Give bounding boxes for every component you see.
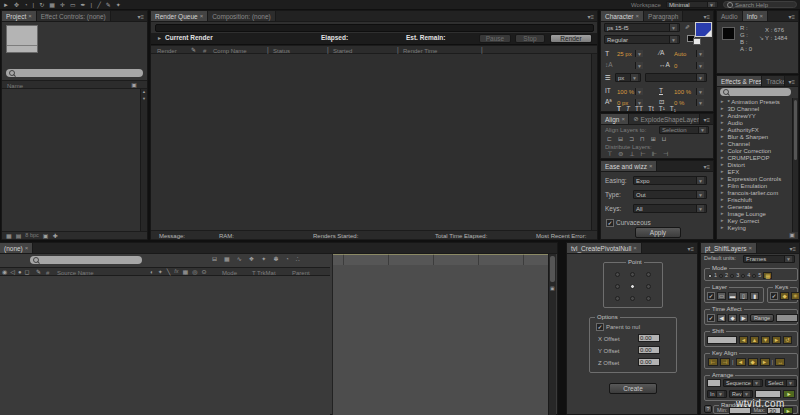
distribute-bottom-button[interactable]: ⊥ xyxy=(629,151,634,157)
tab-explode-shape-layers[interactable]: ⊘ ExplodeShapeLayers xyxy=(629,114,700,124)
disclosure-triangle-icon[interactable]: ► xyxy=(720,183,724,188)
render-queue-scrollbar[interactable] xyxy=(591,54,597,230)
disclosure-triangle-icon[interactable]: ► xyxy=(720,120,724,125)
video-eye-icon[interactable]: ◉ xyxy=(2,269,7,275)
effects-category-row[interactable]: ►Channel xyxy=(717,140,792,147)
close-icon[interactable]: × xyxy=(200,13,204,19)
anchor-mid-left-radio[interactable] xyxy=(615,284,620,289)
apply-button[interactable]: Apply xyxy=(635,227,681,238)
type-select[interactable]: Out ▼ xyxy=(633,190,707,199)
pen-tool-icon[interactable]: ✒ xyxy=(81,2,86,8)
effects-category-row[interactable]: ►AndrewYY xyxy=(717,112,792,119)
font-style-select[interactable]: Regular ▼ xyxy=(604,35,680,44)
disclosure-triangle-icon[interactable]: ► xyxy=(720,141,724,146)
effects-category-row[interactable]: ►francois-tarlier.com xyxy=(717,189,792,196)
sequence-select[interactable]: Sequence ▼ xyxy=(723,379,763,387)
close-icon[interactable]: × xyxy=(649,163,653,169)
camera-tool-icon[interactable]: ▦ xyxy=(49,2,55,8)
new-folder-icon[interactable]: ▣ xyxy=(43,233,49,239)
lock-icon[interactable]: ◻ xyxy=(25,269,30,275)
superscript-button[interactable]: T¹ xyxy=(659,106,665,113)
close-icon[interactable]: × xyxy=(636,13,640,19)
time-affect-checkbox[interactable]: ✓ xyxy=(707,314,715,322)
panel-menu-icon[interactable]: ▾≡ xyxy=(786,243,799,253)
effects-category-row[interactable]: ►Key Correct xyxy=(717,217,792,224)
tab-shift-layers[interactable]: pt_ShiftLayers× xyxy=(701,243,757,253)
leading-select[interactable]: ▼ xyxy=(614,61,646,70)
keys-all-button[interactable]: ✳ xyxy=(791,292,800,300)
range-field[interactable] xyxy=(776,314,798,322)
comp-button-icon[interactable]: ▣ xyxy=(550,286,555,291)
panel-menu-icon[interactable]: ▾≡ xyxy=(785,76,798,86)
small-caps-button[interactable]: Tt xyxy=(648,106,654,113)
panel-menu-icon[interactable]: ▾≡ xyxy=(684,243,697,253)
disclosure-triangle-icon[interactable]: ► xyxy=(720,99,724,104)
folder-sort-icon[interactable]: ▣ xyxy=(131,82,137,88)
disclosure-triangle-icon[interactable]: ► xyxy=(720,113,724,118)
close-icon[interactable]: × xyxy=(633,245,637,251)
align-bottom-button[interactable]: ⊔ xyxy=(662,136,667,142)
tracking-select[interactable]: 0 ▼ xyxy=(671,61,707,70)
disclosure-triangle-icon[interactable]: ► xyxy=(720,162,724,167)
close-icon[interactable]: × xyxy=(25,245,29,251)
shift-right-button[interactable]: ► xyxy=(772,336,781,344)
draft-3d-icon[interactable]: ▦ xyxy=(224,256,230,262)
scroll-down-icon[interactable]: ▼ xyxy=(142,97,146,101)
layer-enable-checkbox[interactable]: ✓ xyxy=(707,292,715,300)
panel-menu-icon[interactable]: ▾≡ xyxy=(700,161,713,171)
layer-shift-out-button[interactable]: ▬ xyxy=(728,292,737,300)
key-align-start-button[interactable]: ⊢ xyxy=(708,358,718,366)
anchor-top-center-radio[interactable] xyxy=(630,272,635,277)
mode-3-radio[interactable] xyxy=(730,274,734,278)
time-ruler[interactable] xyxy=(333,254,549,265)
selection-tool-icon[interactable]: ► xyxy=(3,2,9,8)
horizontal-scale-select[interactable]: 100 % ▼ xyxy=(671,87,707,96)
key-align-swap-button[interactable]: ↔ xyxy=(775,358,785,366)
mini-flowchart-icon[interactable]: ⊟ xyxy=(212,256,217,262)
zoom-tool-icon[interactable]: ◔ xyxy=(24,2,28,8)
motion-blur-switch-icon[interactable]: ◎ xyxy=(192,269,197,275)
hand-tool-icon[interactable]: ✥ xyxy=(14,2,19,8)
anchor-top-right-radio[interactable] xyxy=(646,272,651,277)
graph-editor-icon[interactable]: ∴ xyxy=(296,256,300,262)
panel-menu-icon[interactable]: ▾≡ xyxy=(700,114,713,124)
tab-info[interactable]: Info× xyxy=(743,11,768,21)
collapse-switch-icon[interactable]: ✦ xyxy=(158,269,163,275)
align-right-button[interactable]: ⊐ xyxy=(629,136,634,142)
effects-category-row[interactable]: ►CRUMPLEPOP xyxy=(717,154,792,161)
shift-left-button[interactable]: ◄ xyxy=(739,336,748,344)
auto-keyframe-icon[interactable]: ◔ xyxy=(285,256,289,262)
shift-up-button[interactable]: ▲ xyxy=(750,336,759,344)
create-button[interactable]: Create xyxy=(609,383,657,394)
distribute-right-button[interactable]: ⊣ xyxy=(663,151,668,157)
tab-audio[interactable]: Audio xyxy=(717,11,743,21)
time-fwd-button[interactable]: ▶ xyxy=(739,314,748,322)
close-icon[interactable]: × xyxy=(28,13,32,19)
panel-menu-icon[interactable]: ▾≡ xyxy=(134,11,147,21)
stroke-style-select[interactable]: ▼ xyxy=(645,73,707,82)
disclosure-triangle-icon[interactable]: ► xyxy=(720,204,724,209)
tab-align[interactable]: Align× xyxy=(601,114,629,124)
effects-category-row[interactable]: ►Image Lounge xyxy=(717,210,792,217)
disclosure-triangle-icon[interactable]: ► xyxy=(720,218,724,223)
tab-effect-controls[interactable]: Effect Controls: (none) xyxy=(37,11,111,21)
frame-blend-switch-icon[interactable]: ▦ xyxy=(183,269,189,275)
quality-switch-icon[interactable]: ╲ xyxy=(167,269,171,275)
arrange-count-field[interactable] xyxy=(707,379,721,387)
tab-render-queue[interactable]: Render Queue× xyxy=(151,11,208,21)
distribute-left-button[interactable]: ⊢ xyxy=(641,151,646,157)
timeline-search-input[interactable] xyxy=(30,256,142,264)
layer-start-button[interactable]: ▯ xyxy=(739,292,748,300)
motion-blur-icon[interactable]: ✦ xyxy=(261,256,266,262)
key-align-end-button[interactable]: ⊣ xyxy=(720,358,730,366)
stop-button[interactable]: Stop xyxy=(515,34,545,43)
effects-category-row[interactable]: ►Frischluft xyxy=(717,196,792,203)
effects-scrollbar[interactable] xyxy=(792,98,798,232)
effects-category-row[interactable]: ►Audio xyxy=(717,119,792,126)
effects-category-row[interactable]: ►AuthorityFX xyxy=(717,126,792,133)
flowchart-icon[interactable]: ▤ xyxy=(16,233,22,239)
effects-category-row[interactable]: ►Knoll xyxy=(717,231,792,232)
brainstorm-icon[interactable]: ✽ xyxy=(273,256,278,262)
font-family-select[interactable]: ps 15-f5 ▼ xyxy=(604,23,680,32)
bit-depth-label[interactable]: 8 bpc xyxy=(25,233,38,239)
